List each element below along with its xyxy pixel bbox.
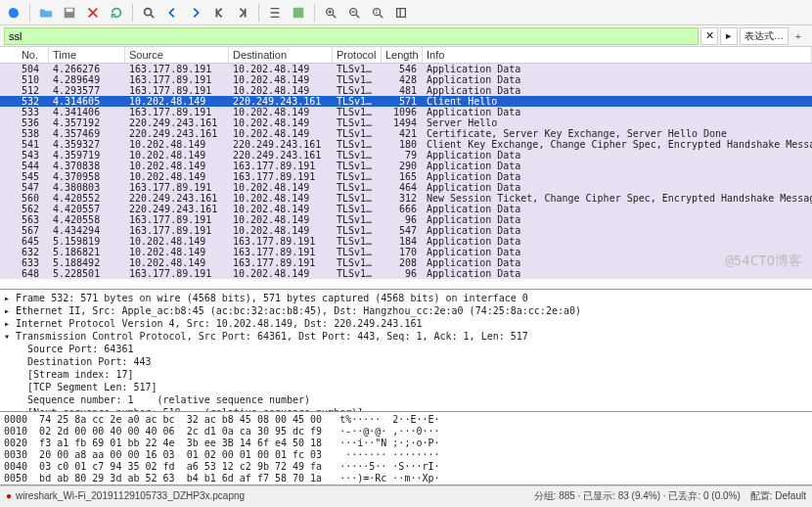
packet-list-header: No. Time Source Destination Protocol Len…: [0, 47, 812, 64]
hex-row[interactable]: 0050 bd ab 80 29 3d ab 52 63 b4 b1 6d af…: [4, 473, 808, 484]
svg-text:1: 1: [375, 8, 378, 14]
close-icon[interactable]: [83, 3, 103, 23]
packet-row[interactable]: 5454.37095810.202.48.149163.177.89.191TL…: [0, 171, 812, 182]
detail-line[interactable]: Source Port: 64361: [4, 343, 808, 355]
packet-row[interactable]: 5044.266276163.177.89.19110.202.48.149TL…: [0, 64, 812, 74]
packet-row[interactable]: 5634.420558163.177.89.19110.202.48.149TL…: [0, 214, 812, 225]
col-info[interactable]: Info: [423, 47, 812, 63]
col-time[interactable]: Time: [49, 47, 125, 63]
expert-info-icon[interactable]: ●: [6, 490, 12, 501]
detail-line[interactable]: Sequence number: 1 (relative sequence nu…: [4, 393, 808, 406]
status-profile[interactable]: 配置: Default: [750, 489, 806, 503]
detail-line[interactable]: [TCP Segment Len: 517]: [4, 381, 808, 393]
open-folder-icon[interactable]: [36, 3, 56, 23]
hex-row[interactable]: 0040 03 c0 01 c7 94 35 02 fd a6 53 12 c2…: [4, 461, 808, 473]
col-no[interactable]: No.: [0, 47, 49, 63]
status-file: wireshark_Wi-Fi_20191129105733_DZHP3x.pc…: [16, 490, 245, 501]
packet-list-pane[interactable]: No. Time Source Destination Protocol Len…: [0, 47, 812, 290]
detail-line[interactable]: Destination Port: 443: [4, 355, 808, 368]
hex-row[interactable]: 0010 02 2d 00 00 40 00 40 06 2c d1 0a ca…: [4, 426, 808, 438]
packet-row[interactable]: 5604.420552220.249.243.16110.202.48.149T…: [0, 193, 812, 204]
next-icon[interactable]: [186, 3, 205, 23]
apply-filter-icon[interactable]: ▸: [720, 27, 738, 45]
save-icon[interactable]: [60, 3, 79, 23]
main-toolbar: 1: [0, 0, 812, 25]
packet-row[interactable]: 5364.357192220.249.243.16110.202.48.149T…: [0, 117, 812, 128]
reload-icon[interactable]: [107, 3, 126, 23]
jump-first-icon[interactable]: [209, 3, 229, 23]
zoom-in-icon[interactable]: [321, 3, 340, 23]
packet-row[interactable]: 5104.289649163.177.89.19110.202.48.149TL…: [0, 74, 812, 85]
packet-row[interactable]: 5324.31460510.202.48.149220.249.243.161T…: [0, 96, 812, 107]
svg-rect-2: [67, 8, 73, 12]
zoom-out-icon[interactable]: [344, 3, 364, 23]
packet-row[interactable]: 5444.37083810.202.48.149163.177.89.191TL…: [0, 161, 812, 171]
packet-row[interactable]: 5414.35932710.202.48.149220.249.243.161T…: [0, 139, 812, 150]
col-src[interactable]: Source: [125, 47, 229, 63]
zoom-reset-icon[interactable]: 1: [368, 3, 387, 23]
detail-line[interactable]: ▾ Transmission Control Protocol, Src Por…: [4, 330, 808, 343]
hex-row[interactable]: 0020 f3 a1 fb 69 01 bb 22 4e 3b ee 3B 14…: [4, 438, 808, 449]
svg-point-3: [145, 8, 152, 15]
detail-line[interactable]: ▸ Frame 532: 571 bytes on wire (4568 bit…: [4, 292, 808, 304]
add-filter-tab[interactable]: +: [789, 30, 808, 42]
detail-line[interactable]: ▸ Ethernet II, Src: Apple_ac:b8:45 (ac:b…: [4, 304, 808, 317]
autoscroll-icon[interactable]: [265, 3, 285, 23]
logo-icon: [4, 3, 23, 23]
prev-icon[interactable]: [162, 3, 182, 23]
packet-row[interactable]: 5674.434294163.177.89.19110.202.48.149TL…: [0, 225, 812, 236]
packet-row[interactable]: 6485.228501163.177.89.19110.202.48.149TL…: [0, 268, 812, 279]
packet-row[interactable]: 5434.35971910.202.48.149220.249.243.161T…: [0, 150, 812, 161]
packet-details-pane[interactable]: ▸ Frame 532: 571 bytes on wire (4568 bit…: [0, 290, 812, 412]
jump-last-icon[interactable]: [233, 3, 252, 23]
colorize-icon[interactable]: [289, 3, 308, 23]
packet-row[interactable]: 5334.341406163.177.89.19110.202.48.149TL…: [0, 107, 812, 117]
packet-row[interactable]: 6335.18849210.202.48.149163.177.89.191TL…: [0, 257, 812, 268]
packet-row[interactable]: 6325.18682110.202.48.149163.177.89.191TL…: [0, 247, 812, 257]
packet-row[interactable]: 5124.293577163.177.89.19110.202.48.149TL…: [0, 85, 812, 96]
status-packets: 分组: 885 · 已显示: 83 (9.4%) · 已丢弃: 0 (0.0%): [534, 489, 741, 503]
packet-row[interactable]: 6455.15981910.202.48.149163.177.89.191TL…: [0, 236, 812, 247]
filter-bar: ✕ ▸ 表达式… +: [0, 25, 812, 47]
packet-row[interactable]: 5624.420557220.249.243.16110.202.48.149T…: [0, 204, 812, 214]
hex-row[interactable]: 0030 20 00 a8 aa 00 00 16 03 01 02 00 01…: [4, 449, 808, 461]
svg-rect-4: [293, 7, 304, 18]
status-bar: ● wireshark_Wi-Fi_20191129105733_DZHP3x.…: [0, 485, 812, 505]
col-len[interactable]: Length: [382, 47, 423, 63]
packet-row[interactable]: 5474.380803163.177.89.19110.202.48.149TL…: [0, 182, 812, 193]
search-icon[interactable]: [139, 3, 158, 23]
expression-button[interactable]: 表达式…: [740, 27, 789, 45]
detail-line[interactable]: ▸ Internet Protocol Version 4, Src: 10.2…: [4, 317, 808, 330]
col-dst[interactable]: Destination: [229, 47, 333, 63]
col-proto[interactable]: Protocol: [333, 47, 382, 63]
packet-bytes-pane[interactable]: 0000 74 25 8a cc 2e a0 ac bc 32 ac b8 45…: [0, 412, 812, 485]
packet-row[interactable]: 5384.357469220.249.243.16110.202.48.149T…: [0, 128, 812, 139]
clear-filter-icon[interactable]: ✕: [700, 27, 718, 45]
display-filter-input[interactable]: [4, 27, 699, 45]
hex-row[interactable]: 0000 74 25 8a cc 2e a0 ac bc 32 ac b8 45…: [4, 414, 808, 426]
detail-line[interactable]: [Stream index: 17]: [4, 368, 808, 381]
resize-cols-icon[interactable]: [391, 3, 411, 23]
